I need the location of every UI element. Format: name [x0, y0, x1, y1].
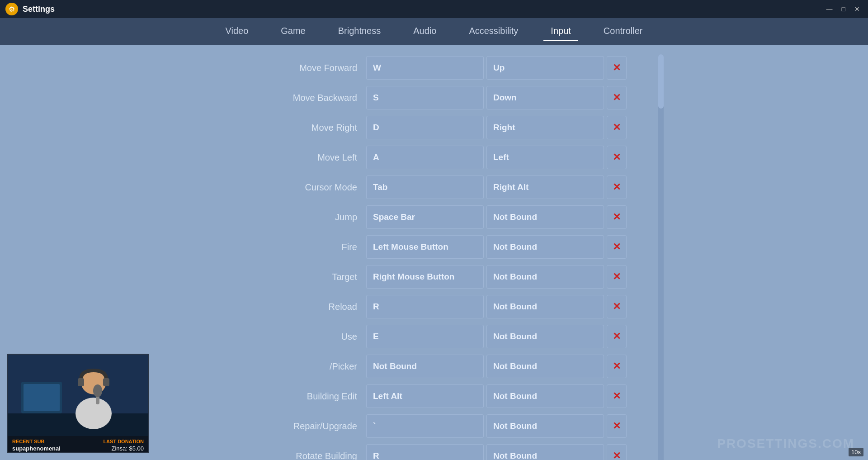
keybind-primary-button[interactable]: Left Alt — [366, 384, 484, 408]
webcam-overlay: RECENT SUB supaphenomenal LAST DONATION … — [7, 354, 149, 453]
donation-value: Zinsa: $5.00 — [111, 445, 144, 452]
keybind-primary-button[interactable]: Space Bar — [366, 205, 484, 229]
keybind-secondary-button[interactable]: Not Bound — [486, 384, 604, 408]
keybind-action-label: Move Backward — [212, 93, 366, 103]
keybind-clear-button[interactable]: ✕ — [607, 384, 627, 408]
table-row: Repair/Upgrade`Not Bound✕ — [212, 413, 656, 440]
keybind-primary-button[interactable]: R — [366, 295, 484, 318]
keybind-secondary-button[interactable]: Not Bound — [486, 295, 604, 318]
keybind-action-label: Move Forward — [212, 63, 366, 73]
keybind-primary-button[interactable]: Tab — [366, 175, 484, 199]
keybind-primary-button[interactable]: Left Mouse Button — [366, 235, 484, 259]
table-row: Move LeftALeft✕ — [212, 144, 656, 171]
keybindings-container: Move ForwardWUp✕Move BackwardSDown✕Move … — [212, 54, 656, 460]
scrollbar-thumb[interactable] — [658, 54, 664, 109]
title-bar-left: ⚙ Settings — [5, 3, 55, 15]
keybind-clear-button[interactable]: ✕ — [607, 86, 627, 109]
nav-tabs: Video Game Brightness Audio Accessibilit… — [0, 18, 868, 45]
keybind-action-label: /Picker — [212, 361, 366, 372]
keybind-secondary-button[interactable]: Not Bound — [486, 235, 604, 259]
table-row: Rotate BuildingRNot Bound✕ — [212, 442, 656, 460]
maximize-button[interactable]: □ — [839, 5, 848, 14]
tab-game[interactable]: Game — [274, 22, 312, 41]
keybind-clear-button[interactable]: ✕ — [607, 355, 627, 378]
keybind-clear-button[interactable]: ✕ — [607, 235, 627, 259]
tab-input[interactable]: Input — [543, 22, 578, 41]
watermark: PROSETTINGS.COM — [717, 436, 854, 451]
keybind-secondary-button[interactable]: Not Bound — [486, 355, 604, 378]
keybind-action-label: Jump — [212, 212, 366, 223]
keybind-primary-button[interactable]: A — [366, 146, 484, 169]
keybind-primary-button[interactable]: W — [366, 56, 484, 80]
keybind-clear-button[interactable]: ✕ — [607, 175, 627, 199]
keybind-action-label: Rotate Building — [212, 451, 366, 460]
webcam-content — [8, 355, 148, 436]
minimize-button[interactable]: — — [824, 5, 835, 14]
svg-rect-6 — [103, 378, 109, 386]
close-button[interactable]: ✕ — [852, 5, 863, 14]
keybind-secondary-button[interactable]: Up — [486, 56, 604, 80]
keybind-primary-button[interactable]: S — [366, 86, 484, 109]
tab-controller[interactable]: Controller — [596, 22, 650, 41]
window-title: Settings — [23, 5, 55, 14]
svg-rect-5 — [78, 378, 84, 386]
tab-video[interactable]: Video — [218, 22, 255, 41]
table-row: TargetRight Mouse ButtonNot Bound✕ — [212, 263, 656, 290]
svg-rect-3 — [24, 384, 60, 411]
keybind-primary-button[interactable]: Right Mouse Button — [366, 265, 484, 289]
keybind-clear-button[interactable]: ✕ — [607, 325, 627, 348]
keybind-clear-button[interactable]: ✕ — [607, 295, 627, 318]
scrollbar-track[interactable] — [658, 54, 664, 460]
tab-accessibility[interactable]: Accessibility — [462, 22, 525, 41]
keybind-secondary-button[interactable]: Not Bound — [486, 414, 604, 438]
title-bar: ⚙ Settings — □ ✕ — [0, 0, 868, 18]
keybind-secondary-button[interactable]: Right Alt — [486, 175, 604, 199]
keybind-clear-button[interactable]: ✕ — [607, 265, 627, 289]
keybind-clear-button[interactable]: ✕ — [607, 414, 627, 438]
keybind-action-label: Target — [212, 272, 366, 282]
keybind-action-label: Building Edit — [212, 391, 366, 402]
keybind-action-label: Fire — [212, 242, 366, 252]
keybind-clear-button[interactable]: ✕ — [607, 116, 627, 139]
keybind-action-label: Use — [212, 332, 366, 342]
keybind-secondary-button[interactable]: Not Bound — [486, 325, 604, 348]
webcam-bottom-bar: RECENT SUB supaphenomenal LAST DONATION … — [8, 436, 148, 453]
table-row: /PickerNot BoundNot Bound✕ — [212, 353, 656, 380]
keybind-action-label: Reload — [212, 302, 366, 312]
webcam-username: supaphenomenal — [12, 445, 61, 452]
keybind-clear-button[interactable]: ✕ — [607, 205, 627, 229]
keybind-secondary-button[interactable]: Right — [486, 116, 604, 139]
keybind-primary-button[interactable]: R — [366, 444, 484, 460]
keybind-secondary-button[interactable]: Not Bound — [486, 444, 604, 460]
svg-point-9 — [93, 384, 102, 397]
keybind-clear-button[interactable]: ✕ — [607, 444, 627, 460]
keybind-secondary-button[interactable]: Not Bound — [486, 205, 604, 229]
table-row: Move RightDRight✕ — [212, 114, 656, 141]
keybind-secondary-button[interactable]: Left — [486, 146, 604, 169]
window-controls: — □ ✕ — [824, 5, 863, 14]
keybind-primary-button[interactable]: E — [366, 325, 484, 348]
table-row: Move ForwardWUp✕ — [212, 54, 656, 81]
keybind-action-label: Repair/Upgrade — [212, 421, 366, 432]
keybind-clear-button[interactable]: ✕ — [607, 146, 627, 169]
last-donation-label: LAST DONATION — [103, 439, 144, 444]
keybind-primary-button[interactable]: Not Bound — [366, 355, 484, 378]
keybind-primary-button[interactable]: D — [366, 116, 484, 139]
keybind-action-label: Cursor Mode — [212, 182, 366, 193]
table-row: UseENot Bound✕ — [212, 323, 656, 350]
table-row: JumpSpace BarNot Bound✕ — [212, 204, 656, 231]
tab-audio[interactable]: Audio — [406, 22, 443, 41]
keybind-action-label: Move Left — [212, 152, 366, 163]
tab-brightness[interactable]: Brightness — [331, 22, 388, 41]
keybind-secondary-button[interactable]: Down — [486, 86, 604, 109]
table-row: FireLeft Mouse ButtonNot Bound✕ — [212, 233, 656, 261]
recent-sub-label: RECENT SUB — [12, 439, 61, 444]
webcam-video — [8, 355, 149, 436]
keybind-secondary-button[interactable]: Not Bound — [486, 265, 604, 289]
svg-point-7 — [75, 398, 112, 429]
table-row: ReloadRNot Bound✕ — [212, 293, 656, 320]
keybind-clear-button[interactable]: ✕ — [607, 56, 627, 80]
gear-icon: ⚙ — [5, 3, 18, 15]
keybind-primary-button[interactable]: ` — [366, 414, 484, 438]
table-row: Cursor ModeTabRight Alt✕ — [212, 174, 656, 201]
